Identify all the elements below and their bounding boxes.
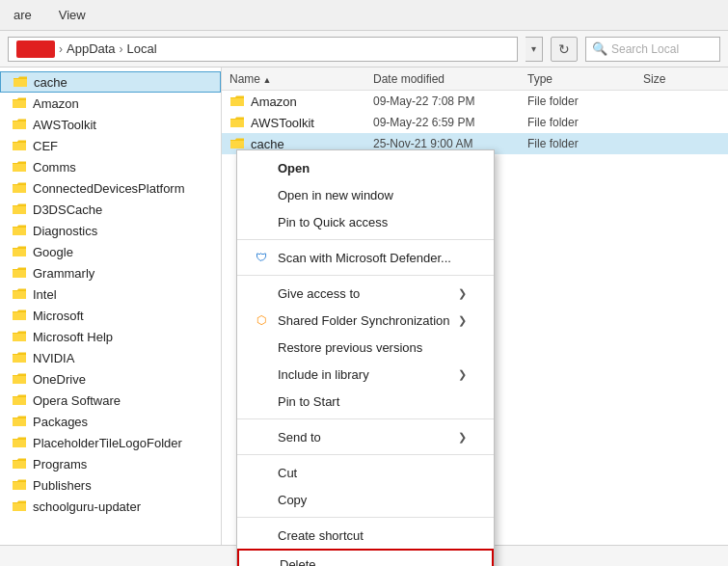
ctx-pin-quick-label: Pin to Quick access [278, 215, 388, 229]
folder-item-opera[interactable]: Opera Software [0, 390, 221, 411]
file-row-awstoolkit[interactable]: AWSToolkit 09-May-22 6:59 PM File folder [222, 112, 728, 133]
ctx-pin-start-label: Pin to Start [278, 394, 339, 409]
folder-item-microsoft-help[interactable]: Microsoft Help [0, 326, 221, 347]
col-name[interactable]: Name [229, 72, 373, 86]
folder-icon-amazon-row [229, 94, 245, 108]
folder-icon-microsoft [12, 309, 27, 322]
ctx-open-new[interactable]: Open in new window [237, 181, 494, 208]
folder-icon-microsoft-help [12, 330, 27, 343]
ctx-scan[interactable]: 🛡 Scan with Microsoft Defender... [237, 244, 494, 271]
folder-item-comms[interactable]: Comms [0, 156, 221, 177]
folder-item-packages[interactable]: Packages [0, 411, 221, 432]
ctx-send-to-label: Send to [278, 430, 321, 445]
folder-label-google: Google [33, 245, 73, 259]
ctx-pin-quick[interactable]: Pin to Quick access [237, 208, 494, 235]
ctx-send-to-icon [253, 428, 270, 445]
folder-item-awstoolkit[interactable]: AWSToolkit [0, 114, 221, 135]
folder-item-diagnostics[interactable]: Diagnostics [0, 220, 221, 241]
folder-item-cache[interactable]: cache [0, 71, 221, 93]
search-box[interactable]: 🔍 Search Local [585, 37, 720, 62]
ctx-delete[interactable]: Delete [237, 549, 494, 566]
folder-item-connecteddevices[interactable]: ConnectedDevicesPlatform [0, 177, 221, 199]
folder-label-packages: Packages [33, 415, 88, 429]
ctx-open[interactable]: Open [237, 154, 494, 181]
ctx-give-access[interactable]: Give access to [237, 280, 494, 307]
col-type[interactable]: Type [527, 72, 643, 86]
folder-label-onedrive: OneDrive [33, 372, 86, 387]
ctx-cut-label: Cut [278, 466, 297, 480]
ctx-sep3 [237, 418, 494, 419]
breadcrumb[interactable]: › AppData › Local [8, 37, 518, 62]
ctx-copy[interactable]: Copy [237, 486, 494, 513]
breadcrumb-local[interactable]: Local [127, 41, 157, 56]
ctx-shared-icon: ⬡ [253, 311, 270, 329]
menu-share[interactable]: are [8, 4, 38, 26]
folder-label-cache: cache [34, 75, 67, 90]
ctx-pin-quick-icon [253, 213, 270, 230]
folder-label-intel: Intel [33, 287, 57, 302]
folder-item-programs[interactable]: Programs [0, 453, 221, 474]
ctx-copy-icon [253, 491, 270, 508]
refresh-button[interactable]: ↻ [551, 37, 578, 62]
file-name-text-awstoolkit: AWSToolkit [251, 116, 314, 130]
folder-icon-awstoolkit-row [229, 116, 245, 129]
file-type-amazon: File folder [527, 94, 643, 108]
folder-icon-opera [12, 393, 27, 407]
folder-item-google[interactable]: Google [0, 241, 221, 262]
folder-icon-cache [13, 75, 28, 89]
menu-view[interactable]: View [53, 4, 92, 26]
ctx-cut-icon [253, 464, 270, 481]
breadcrumb-home-badge [16, 40, 55, 58]
col-size[interactable]: Size [643, 72, 720, 86]
folder-icon-nvidia [12, 351, 27, 364]
breadcrumb-sep1: › [59, 42, 63, 56]
folder-item-grammarly[interactable]: Grammarly [0, 262, 221, 283]
ctx-send-to[interactable]: Send to [237, 423, 494, 450]
ctx-include-lib[interactable]: Include in library [237, 361, 494, 388]
ctx-pin-start[interactable]: Pin to Start [237, 388, 494, 415]
folder-icon-placeholder [12, 436, 27, 449]
folder-icon-awstoolkit [12, 118, 27, 131]
file-row-amazon[interactable]: Amazon 09-May-22 7:08 PM File folder [222, 91, 728, 112]
ctx-shared-folder[interactable]: ⬡ Shared Folder Synchronization [237, 307, 494, 334]
folder-item-microsoft[interactable]: Microsoft [0, 305, 221, 326]
folder-item-publishers[interactable]: Publishers [0, 474, 221, 496]
folder-item-nvidia[interactable]: NVIDIA [0, 347, 221, 368]
folder-item-placeholder[interactable]: PlaceholderTileLogoFolder [0, 432, 221, 453]
ctx-sep2 [237, 275, 494, 276]
folder-item-cef[interactable]: CEF [0, 135, 221, 156]
folder-item-schoolguru[interactable]: schoolguru-updater [0, 496, 221, 517]
search-icon: 🔍 [592, 41, 607, 56]
folder-label-d3dscache: D3DSCache [33, 202, 102, 217]
folder-item-intel[interactable]: Intel [0, 283, 221, 305]
ctx-scan-label: Scan with Microsoft Defender... [278, 251, 451, 265]
col-date[interactable]: Date modified [373, 72, 527, 86]
folder-icon-intel [12, 287, 27, 301]
folder-label-publishers: Publishers [33, 478, 92, 493]
ctx-restore[interactable]: Restore previous versions [237, 334, 494, 361]
folder-item-amazon[interactable]: Amazon [0, 93, 221, 114]
folder-label-opera: Opera Software [33, 393, 121, 408]
folder-item-onedrive[interactable]: OneDrive [0, 368, 221, 390]
ctx-create-shortcut-label: Create shortcut [278, 528, 364, 543]
ctx-create-shortcut-icon [253, 526, 270, 544]
ctx-delete-icon [255, 555, 272, 566]
folder-icon-diagnostics [12, 224, 27, 237]
file-list-header: Name Date modified Type Size [222, 67, 728, 91]
folder-icon-d3dscache [12, 202, 27, 216]
ctx-restore-label: Restore previous versions [278, 340, 422, 355]
ctx-cut[interactable]: Cut [237, 459, 494, 486]
folder-icon-packages [12, 415, 27, 428]
folder-item-d3dscache[interactable]: D3DSCache [0, 199, 221, 220]
file-name-awstoolkit: AWSToolkit [229, 116, 373, 130]
folder-label-connecteddevices: ConnectedDevicesPlatform [33, 181, 185, 196]
ctx-create-shortcut[interactable]: Create shortcut [237, 522, 494, 549]
ctx-sep4 [237, 454, 494, 455]
ctx-open-label: Open [278, 161, 310, 175]
address-dropdown-btn[interactable]: ▾ [526, 37, 543, 62]
folder-icon-grammarly [12, 266, 27, 280]
breadcrumb-appdata[interactable]: AppData [67, 41, 116, 56]
folder-label-programs: Programs [33, 457, 87, 472]
context-menu: Open Open in new window Pin to Quick acc… [236, 149, 495, 566]
folder-icon-cef [12, 139, 27, 152]
